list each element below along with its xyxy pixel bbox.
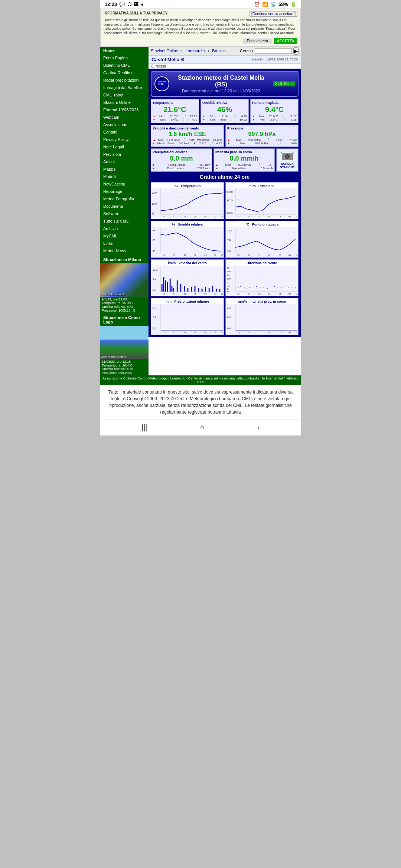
sidebar-item-documenti[interactable]: Documenti xyxy=(100,203,149,210)
wifi-icon: 📶 xyxy=(262,1,268,7)
svg-text:W: W xyxy=(227,274,229,276)
svg-text:09: 09 xyxy=(288,293,291,295)
sidebar-item-meteo-foto[interactable]: Meteo Fotografia xyxy=(100,195,149,203)
svg-rect-95 xyxy=(195,286,196,292)
continue-without-accept-link[interactable]: [Continua senza accettare] xyxy=(250,11,297,17)
search-input[interactable] xyxy=(255,48,292,54)
svg-rect-42 xyxy=(152,227,223,257)
vento-max-value: 12.9 km/h xyxy=(167,138,180,142)
breadcrumb-brescia[interactable]: Brescia xyxy=(212,49,226,53)
milan-widget: Situazione a Milano www.milanocam.it 9/3… xyxy=(100,256,149,313)
svg-text:09: 09 xyxy=(288,216,291,218)
svg-text:3,0: 3,0 xyxy=(227,250,231,253)
sidebar-item-note[interactable]: Note Legali xyxy=(100,143,149,151)
como-temp: Temperatura: 16.4°C xyxy=(102,364,147,367)
search-label: Cerca › xyxy=(240,49,253,53)
sidebar-item-articoli[interactable]: Articoli xyxy=(100,158,149,165)
svg-text:09: 09 xyxy=(288,331,291,333)
svg-text:21: 21 xyxy=(258,331,261,333)
temp-min-label: Min: xyxy=(160,118,166,121)
main-wrapper: Home Prima Pagina Bollettino CML Cartina… xyxy=(100,47,301,375)
svg-text:22,0: 22,0 xyxy=(152,191,157,194)
sidebar-item-stazioni[interactable]: Stazioni Online xyxy=(100,99,149,106)
sidebar-item-tutto-cml[interactable]: Tutto sul CML xyxy=(100,217,149,225)
precipitation-grid: Precipitazioni odierne 0.0 mm ■ Precip. … xyxy=(151,148,299,172)
sidebar-item-bollettino[interactable]: Bollettino CML xyxy=(100,62,149,69)
svg-text:CML: CML xyxy=(158,82,166,86)
station-excel[interactable]: XLS 106m xyxy=(273,81,295,86)
scheda-stazione[interactable]: SCHEDA STAZIONE xyxy=(276,148,299,172)
umidita-max-label: Max: xyxy=(210,115,216,118)
excel-icon: XLS xyxy=(275,82,282,86)
sidebar-item-mycml[interactable]: MyCML xyxy=(100,232,149,240)
bottom-home-button[interactable]: ○ xyxy=(200,423,204,432)
accetta-button[interactable]: ACCETTA xyxy=(274,38,297,44)
svg-rect-89 xyxy=(173,288,174,292)
sidebar-item-meteo-news[interactable]: Meteo News xyxy=(100,247,149,254)
sidebar-item-situazione-milano[interactable]: Situazione a Milano xyxy=(100,256,149,263)
svg-text:0,0: 0,0 xyxy=(153,327,156,330)
bottom-back-button[interactable]: ||| xyxy=(141,423,147,432)
sidebar-item-archivio[interactable]: Archivio xyxy=(100,225,149,232)
sidebar-item-contatti[interactable]: Contatti xyxy=(100,128,149,136)
svg-text:0,5: 0,5 xyxy=(227,307,231,310)
svg-rect-147 xyxy=(152,304,223,334)
sidebar-item-privacy[interactable]: Privacy Policy xyxy=(100,136,149,143)
svg-text:05: 05 xyxy=(204,293,207,295)
svg-rect-87 xyxy=(170,279,171,292)
svg-rect-86 xyxy=(167,282,168,292)
sidebar-item-cartina[interactable]: Cartina Realtime xyxy=(100,69,149,76)
breadcrumb-lombardia[interactable]: Lombardia xyxy=(186,49,205,53)
sidebar-item-radar[interactable]: Radar precipitazioni xyxy=(100,76,149,84)
sidebar-item-prima-pagina[interactable]: Prima Pagina xyxy=(100,54,149,62)
temperatura-title: Temperatura xyxy=(153,101,197,105)
svg-text:13: 13 xyxy=(237,216,239,218)
svg-point-136 xyxy=(285,286,286,287)
svg-rect-101 xyxy=(216,289,217,292)
sidebar-item-links[interactable]: Links xyxy=(100,240,149,247)
svg-rect-94 xyxy=(191,287,192,292)
rugiada-max-value: 10.0°C xyxy=(269,115,278,118)
dot-icon: ● xyxy=(141,1,144,7)
svg-text:45: 45 xyxy=(153,250,156,253)
breadcrumb-stazioni[interactable]: Stazioni Online xyxy=(151,49,178,53)
svg-text:01: 01 xyxy=(194,293,196,295)
svg-text:21: 21 xyxy=(184,331,186,333)
umidita-min-value: 46% xyxy=(220,118,226,121)
sidebar-item-nowcasting[interactable]: NowCasting xyxy=(100,180,149,188)
sidebar-item-mappe[interactable]: Mappe xyxy=(100,165,149,173)
como-date: 11/03/23, ore 12:18 xyxy=(102,360,147,364)
blue-main-content: meteo CML Stazione meteo di Castel Mella… xyxy=(149,69,301,337)
sidebar-item-situazione-como[interactable]: Situazione a Como Lago xyxy=(100,314,149,326)
bottom-recent-button[interactable]: ‹ xyxy=(257,423,260,432)
footer-text: Associazione Culturale Centro Meteorolog… xyxy=(102,377,299,384)
svg-rect-88 xyxy=(172,286,173,292)
search-button[interactable]: ▶ xyxy=(293,47,299,55)
station-logo: meteo CML xyxy=(154,76,169,91)
temp-max-time: 12:22 xyxy=(190,115,197,118)
sidebar-item-estremi[interactable]: Estremi 10/03/2023 xyxy=(100,106,149,114)
svg-point-125 xyxy=(246,288,247,289)
metric-vento: Velocità e direzione del vento 1.6 km/h … xyxy=(151,125,224,147)
svg-rect-102 xyxy=(219,289,220,292)
sidebar-item-robot[interactable]: CML_robot xyxy=(100,91,149,99)
sidebar-item-satellite[interactable]: Immagini dal Satellite xyxy=(100,84,149,91)
sidebar-item-software[interactable]: Software xyxy=(100,210,149,217)
svg-text:13: 13 xyxy=(163,216,165,218)
personalizza-button[interactable]: Personalizza xyxy=(244,38,271,44)
sidebar-item-previsioni[interactable]: Previsioni xyxy=(100,151,149,158)
sidebar-item-modelli[interactable]: Modelli xyxy=(100,173,149,180)
svg-rect-85 xyxy=(165,280,166,292)
svg-rect-100 xyxy=(212,286,213,292)
chart-temperatura-title: °C Temperatura xyxy=(152,183,223,188)
footer-bar: Associazione Culturale Centro Meteorolog… xyxy=(100,375,301,385)
windchill-label: WindChill: xyxy=(197,138,211,142)
svg-text:NE: NE xyxy=(227,290,230,293)
image-icon: 🖼 xyxy=(134,1,138,7)
milan-camera-image: www.milanocam.it xyxy=(100,263,149,297)
sidebar-item-associazione[interactable]: Associazione xyxy=(100,121,149,128)
svg-text:13: 13 xyxy=(163,331,165,333)
sidebar-item-webcam[interactable]: Webcam xyxy=(100,114,149,121)
sidebar-item-home[interactable]: Home xyxy=(100,47,149,54)
sidebar-item-reportage[interactable]: Reportage xyxy=(100,188,149,195)
